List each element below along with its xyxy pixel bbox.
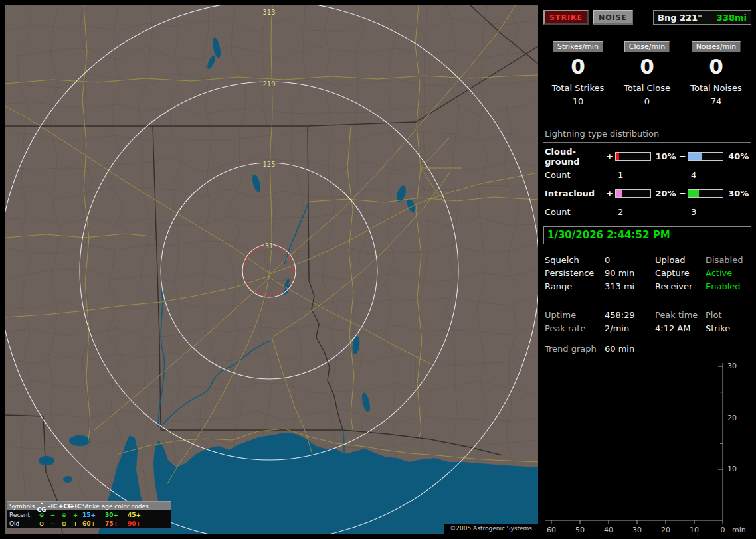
map-legend: Symbols -CG -IC +CG +IC Strike age color… bbox=[7, 501, 171, 528]
copyright-notice: ©2005 Astrogenic Systems bbox=[444, 524, 538, 534]
close-column: Close/min 0 Total Close 0 bbox=[613, 41, 682, 106]
trend-graph-value: 60 min bbox=[605, 344, 655, 354]
peak-time-value: 4:12 AM bbox=[655, 323, 706, 333]
trend-graph: 30 20 10 60 50 40 30 20 10 0 min bbox=[543, 360, 751, 537]
cg-positive-bar bbox=[614, 152, 652, 161]
noises-per-min-value: 0 bbox=[709, 55, 723, 78]
y-tick-20: 20 bbox=[727, 414, 737, 422]
intracloud-count-row: Count 2 3 bbox=[543, 207, 751, 217]
ic-negative-count: 3 bbox=[687, 207, 725, 217]
noise-button[interactable]: NOISE bbox=[593, 10, 633, 25]
count-label: Count bbox=[545, 170, 606, 180]
upload-status: Disabled bbox=[706, 255, 751, 265]
pos-ic-icon: + bbox=[70, 520, 81, 527]
peak-rate-value: 2/min bbox=[605, 323, 655, 333]
squelch-label: Squelch bbox=[545, 255, 605, 265]
pos-ic-icon: + bbox=[70, 512, 81, 518]
uptime-value: 458:29 bbox=[605, 310, 655, 320]
count-label: Count bbox=[545, 207, 606, 217]
total-noises-label: Total Noises bbox=[690, 83, 741, 93]
close-per-min-button[interactable]: Close/min bbox=[624, 41, 670, 52]
legend-col-pos-cg: +CG bbox=[58, 503, 70, 510]
cloud-ground-count-row: Count 1 4 bbox=[543, 170, 751, 180]
ring-label-313: 313 bbox=[262, 9, 275, 16]
distribution-title: Lightning type distribution bbox=[543, 129, 751, 143]
neg-cg-icon: ⊖ bbox=[36, 512, 47, 518]
mode-toolbar: STRIKE NOISE Bng 221° 338mi bbox=[543, 10, 751, 25]
persistence-label: Persistence bbox=[545, 268, 605, 278]
minus-sign: − bbox=[678, 151, 686, 161]
legend-col-pos-ic: +IC bbox=[70, 503, 81, 510]
ic-positive-bar bbox=[614, 189, 652, 198]
uptime-block: Uptime 458:29 Peak time Plot Peak rate 2… bbox=[543, 308, 751, 335]
age-90: 90+ bbox=[126, 520, 149, 527]
x-tick-30: 30 bbox=[629, 526, 645, 534]
total-strikes-label: Total Strikes bbox=[552, 83, 605, 93]
x-tick-40: 40 bbox=[601, 526, 616, 534]
upload-label: Upload bbox=[655, 255, 706, 265]
x-axis-unit: min bbox=[732, 526, 746, 534]
range-label: Range bbox=[545, 281, 605, 291]
bearing-label: Bng 221° bbox=[658, 13, 702, 23]
plus-sign: + bbox=[606, 189, 614, 198]
settings-block: Squelch 0 Upload Disabled Persistence 90… bbox=[543, 253, 751, 293]
bearing-display: Bng 221° 338mi bbox=[653, 10, 751, 25]
age-60: 60+ bbox=[81, 520, 104, 527]
ring-label-125: 125 bbox=[262, 161, 275, 168]
persistence-value: 90 min bbox=[605, 268, 655, 278]
cloud-ground-label: Cloud-ground bbox=[545, 147, 606, 167]
map-canvas: 313 219 125 31 bbox=[5, 5, 538, 534]
x-tick-0: 0 bbox=[715, 526, 731, 534]
ic-positive-count: 2 bbox=[614, 207, 652, 217]
x-tick-10: 10 bbox=[686, 526, 702, 534]
age-15: 15+ bbox=[81, 512, 104, 518]
x-tick-50: 50 bbox=[572, 526, 588, 534]
ring-label-219: 219 bbox=[262, 80, 275, 88]
legend-recent-label: Recent bbox=[7, 512, 36, 518]
legend-old-label: Old bbox=[7, 520, 36, 527]
uptime-label: Uptime bbox=[545, 310, 605, 320]
cg-negative-count: 4 bbox=[687, 170, 725, 180]
strike-button[interactable]: STRIKE bbox=[543, 10, 589, 25]
capture-label: Capture bbox=[655, 268, 706, 278]
plot-value: Strike bbox=[706, 323, 751, 333]
pos-cg-icon: ⊕ bbox=[58, 512, 70, 518]
intracloud-label: Intracloud bbox=[545, 189, 606, 198]
receiver-label: Receiver bbox=[655, 281, 706, 291]
legend-header: Symbols -CG -IC +CG +IC Strike age color… bbox=[7, 502, 171, 510]
settings-row: Persistence 90 min Capture Active bbox=[543, 266, 751, 279]
ic-negative-pct: 30% bbox=[725, 189, 751, 198]
age-30: 30+ bbox=[104, 512, 126, 518]
settings-row: Range 313 mi Receiver Enabled bbox=[543, 279, 751, 293]
intracloud-row: Intracloud + 20% − 30% bbox=[543, 189, 751, 198]
neg-ic-icon: − bbox=[47, 512, 58, 518]
neg-cg-icon: ⊖ bbox=[36, 520, 47, 527]
noises-per-min-button[interactable]: Noises/min bbox=[692, 41, 741, 52]
strikes-per-min-button[interactable]: Strikes/min bbox=[553, 41, 603, 52]
x-tick-60: 60 bbox=[543, 526, 559, 534]
neg-ic-icon: − bbox=[47, 520, 58, 527]
cloud-ground-row: Cloud-ground + 10% − 40% bbox=[543, 151, 751, 161]
x-tick-20: 20 bbox=[658, 526, 674, 534]
total-strikes-value: 10 bbox=[573, 96, 584, 106]
status-panel: STRIKE NOISE Bng 221° 338mi Strikes/min … bbox=[543, 5, 751, 534]
range-value: 313 mi bbox=[605, 281, 655, 291]
capture-status: Active bbox=[706, 268, 751, 278]
legend-col-neg-cg: -CG bbox=[36, 500, 47, 513]
squelch-value: 0 bbox=[605, 255, 655, 265]
cg-negative-pct: 40% bbox=[725, 151, 751, 161]
legend-row-old: Old ⊖ − ⊕ + 60+ 75+ 90+ bbox=[7, 519, 171, 528]
cg-positive-bar-fill bbox=[616, 153, 619, 160]
legend-col-neg-ic: -IC bbox=[47, 503, 58, 510]
strikes-column: Strikes/min 0 Total Strikes 10 bbox=[543, 41, 613, 106]
cg-positive-pct: 10% bbox=[652, 151, 678, 161]
minus-sign: − bbox=[678, 189, 686, 198]
age-45: 45+ bbox=[126, 512, 149, 518]
trend-graph-row: Trend graph 60 min bbox=[543, 342, 751, 355]
cg-negative-bar bbox=[686, 152, 725, 161]
lightning-map[interactable]: 313 219 125 31 Symbols -CG -IC +CG +IC S… bbox=[5, 5, 538, 534]
receiver-status: Enabled bbox=[706, 281, 751, 291]
cg-positive-count: 1 bbox=[614, 170, 652, 180]
settings-row: Squelch 0 Upload Disabled bbox=[543, 253, 751, 266]
trend-graph-label: Trend graph bbox=[545, 344, 605, 354]
